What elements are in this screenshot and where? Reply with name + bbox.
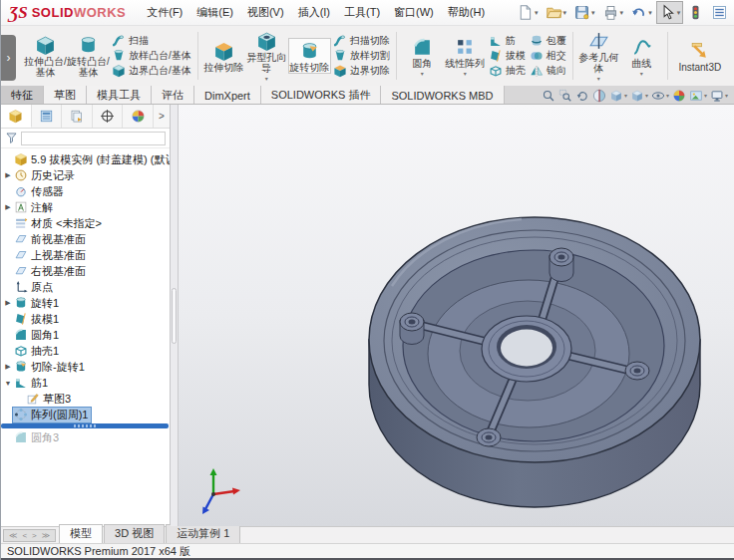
hide-show-items-button[interactable]: ▾ <box>651 89 669 103</box>
tab-mbd[interactable]: SOLIDWORKS MBD <box>381 86 504 104</box>
tab-addins[interactable]: SOLIDWORKS 插件 <box>261 86 382 104</box>
select-tool-button[interactable]: ▾ <box>656 1 684 24</box>
tab-motion-study[interactable]: 运动算例 1 <box>166 524 240 543</box>
menu-insert[interactable]: 插入(I) <box>291 0 337 25</box>
tab-3d-views[interactable]: 3D 视图 <box>104 524 165 543</box>
new-document-button[interactable]: ▾ <box>514 1 542 24</box>
tab-sketch[interactable]: 草图 <box>44 86 87 104</box>
splitter-grip[interactable] <box>172 288 177 344</box>
expand-arrow-icon[interactable]: ▶ <box>3 299 13 307</box>
boundary-cut-button[interactable]: 边界切除 <box>333 64 390 78</box>
nav-prev-button[interactable]: < <box>20 531 29 540</box>
tree-item-fillet1[interactable]: 圆角1 <box>1 327 170 343</box>
mirror-button[interactable]: 镜向 <box>530 64 566 78</box>
tree-item-rib1[interactable]: ▼筋1 <box>1 375 170 391</box>
display-style-button[interactable]: ▾ <box>630 89 648 103</box>
print-button[interactable]: ▾ <box>599 1 627 24</box>
swept-cut-button[interactable]: 扫描切除 <box>333 34 390 48</box>
revolved-cut-button[interactable]: 旋转切除 <box>288 38 331 75</box>
panel-expand-button[interactable]: > <box>154 105 170 128</box>
expand-arrow-icon[interactable]: ▶ <box>3 171 13 179</box>
linear-pattern-button[interactable]: 线性阵列▾ <box>444 35 487 77</box>
tab-dimxpert[interactable]: DimXpert <box>194 86 261 104</box>
tab-dimxpertmanager[interactable] <box>93 105 124 128</box>
open-button[interactable]: ▾ <box>543 1 570 24</box>
reference-geometry-button[interactable]: 参考几何体▾ <box>577 29 620 82</box>
display-settings-button[interactable] <box>708 1 731 24</box>
apply-scene-button[interactable]: ▾ <box>689 89 707 103</box>
tab-configurationmanager[interactable] <box>62 105 93 128</box>
edit-appearance-button[interactable] <box>672 89 686 103</box>
nav-next-button[interactable]: > <box>30 531 39 540</box>
tab-featuremanager[interactable] <box>1 105 32 128</box>
curves-button[interactable]: 曲线▾ <box>620 35 663 77</box>
pin-menu-button[interactable] <box>492 5 504 21</box>
tree-item-sketch3[interactable]: 草图3 <box>1 391 170 407</box>
menu-file[interactable]: 文件(F) <box>140 0 189 25</box>
zoom-to-area-button[interactable] <box>558 89 572 103</box>
tree-item-top-plane[interactable]: 上视基准面 <box>1 247 170 263</box>
tree-filter-input[interactable] <box>21 132 166 145</box>
menu-view[interactable]: 视图(V) <box>240 0 291 25</box>
tree-item-circular-pattern1[interactable]: 阵列(圆周)1 <box>1 407 170 422</box>
tab-displaymanager[interactable] <box>123 105 154 128</box>
selected-tree-item[interactable]: 阵列(圆周)1 <box>13 408 91 422</box>
swept-boss-button[interactable]: 扫描 <box>112 34 191 48</box>
menu-tools[interactable]: 工具(T) <box>337 0 387 25</box>
tree-item-draft1[interactable]: 拔模1 <box>1 311 170 327</box>
tab-model[interactable]: 模型 <box>59 524 103 543</box>
lofted-boss-button[interactable]: 放样凸台/基体 <box>112 49 191 63</box>
tree-item-right-plane[interactable]: 右视基准面 <box>1 263 170 279</box>
boundary-boss-button[interactable]: 边界凸台/基体 <box>112 64 191 78</box>
nav-first-button[interactable]: ≪ <box>7 531 19 540</box>
tree-item-material[interactable]: 材质 <未指定> <box>1 215 170 231</box>
shell-button[interactable]: 抽壳 <box>489 64 526 78</box>
panel-flyout-button[interactable]: › <box>1 35 16 81</box>
extruded-boss-button[interactable]: 拉伸凸台/基体 <box>24 33 67 79</box>
tree-item-revolve1[interactable]: ▶旋转1 <box>1 295 170 311</box>
tab-propertymanager[interactable] <box>32 105 63 128</box>
tree-item-fillet3[interactable]: 圆角3 <box>1 429 170 445</box>
wrap-button[interactable]: 包覆 <box>530 34 566 48</box>
tree-item-origin[interactable]: 原点 <box>1 279 170 295</box>
graphics-viewport[interactable] <box>179 105 734 526</box>
undo-button[interactable]: ▾ <box>627 1 655 24</box>
expand-arrow-icon[interactable]: ▶ <box>3 363 13 371</box>
save-button[interactable]: ▾ <box>570 1 598 24</box>
previous-view-button[interactable] <box>575 89 589 103</box>
intersect-button[interactable]: 相交 <box>530 49 566 63</box>
sensors-icon <box>14 184 28 198</box>
tree-item-front-plane[interactable]: 前视基准面 <box>1 231 170 247</box>
nav-last-button[interactable]: ≫ <box>40 531 52 540</box>
lofted-cut-button[interactable]: 放样切割 <box>333 49 390 63</box>
rib-button[interactable]: 筋 <box>489 34 526 48</box>
tree-item-annotations[interactable]: ▶注解 <box>1 199 170 215</box>
tree-root-item[interactable]: 5.9 拔模实例 (封盖建模) (默认<<默认 <box>1 151 170 167</box>
tab-evaluate[interactable]: 评估 <box>152 86 194 104</box>
collapse-arrow-icon[interactable]: ▼ <box>3 380 13 387</box>
menu-edit[interactable]: 编辑(E) <box>189 0 240 25</box>
fillet-button[interactable]: 圆角▾ <box>401 35 444 77</box>
rollback-bar[interactable] <box>1 423 169 428</box>
tree-item-sensors[interactable]: 传感器 <box>1 183 170 199</box>
draft-button[interactable]: 拔模 <box>489 49 526 63</box>
expand-arrow-icon[interactable]: ▶ <box>3 203 13 211</box>
instant3d-button[interactable]: Instant3D <box>672 39 728 74</box>
tree-item-history[interactable]: ▶历史记录 <box>1 167 170 183</box>
view-settings-button[interactable]: ▾ <box>710 89 728 103</box>
section-view-button[interactable] <box>592 89 606 103</box>
ribbon-separator <box>667 32 668 80</box>
tab-mold-tools[interactable]: 模具工具 <box>87 86 152 104</box>
panel-splitter[interactable] <box>171 105 179 526</box>
extruded-cut-button[interactable]: 拉伸切除 <box>202 39 245 74</box>
hole-wizard-button[interactable]: 异型孔向导▾ <box>245 29 288 82</box>
tree-item-cut-revolve1[interactable]: ▶切除-旋转1 <box>1 359 170 375</box>
revolved-boss-button[interactable]: 旋转凸台/基体 <box>67 33 110 79</box>
tree-item-shell1[interactable]: 抽壳1 <box>1 343 170 359</box>
view-orientation-button[interactable]: ▾ <box>609 89 627 103</box>
zoom-to-fit-button[interactable] <box>542 89 555 103</box>
menu-help[interactable]: 帮助(H) <box>441 0 492 25</box>
tab-features[interactable]: 特征 <box>1 86 44 104</box>
rebuild-button[interactable] <box>684 1 707 24</box>
menu-window[interactable]: 窗口(W) <box>387 0 441 25</box>
